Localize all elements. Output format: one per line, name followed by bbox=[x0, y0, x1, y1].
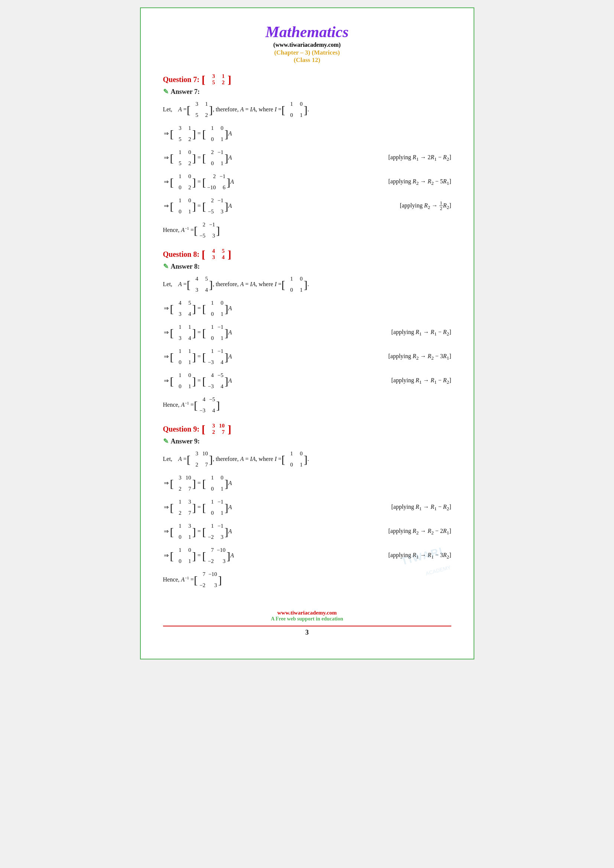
answer-8-content: Let, A = [ 45 34 ] , therefore, A = IA, … bbox=[163, 273, 451, 416]
pencil-icon-7: ✎ bbox=[163, 88, 169, 96]
step-7-3: ⇒ [ 10 02 ] = [ 2−1 −106 ] A [applying R… bbox=[163, 170, 451, 193]
step-7-4: ⇒ [ 10 01 ] = [ 2−1 −53 ] A [applying R2… bbox=[163, 194, 451, 217]
step-8-4: ⇒ [ 10 01 ] = [ 4−5 −34 ] A [applying R1… bbox=[163, 369, 451, 392]
page: Mathematics (www.tiwariacademy.com) (Cha… bbox=[140, 8, 474, 659]
footer-divider bbox=[163, 626, 451, 626]
step-7-let: Let, A = [ 31 52 ] , therefore, A = IA, … bbox=[163, 98, 451, 121]
page-number: 3 bbox=[163, 629, 451, 636]
footer-website: www.tiwariacademy.com bbox=[163, 610, 451, 616]
step-7-1: ⇒ [ 31 52 ] = [ 10 01 ] A bbox=[163, 122, 451, 145]
footer-tagline: A Free web support in education bbox=[163, 616, 451, 622]
step-9-4: ⇒ [ 10 01 ] = [ 7−10 −23 ] A [applying R… bbox=[163, 544, 451, 567]
step-8-hence: Hence, A−1 = [ 4−5 −34 ] bbox=[163, 394, 451, 416]
question-7-label: Question 7: [ 31 52 ] bbox=[163, 73, 451, 86]
page-title: Mathematics bbox=[163, 23, 451, 41]
step-9-3: ⇒ [ 13 01 ] = [ 1−1 −23 ] A [applying R2… bbox=[163, 520, 451, 543]
answer-9-content: Let, A = [ 310 27 ] , therefore, A = IA,… bbox=[163, 448, 451, 591]
header: Mathematics (www.tiwariacademy.com) (Cha… bbox=[163, 23, 451, 64]
header-class: (Class 12) bbox=[163, 56, 451, 64]
step-9-hence: Hence, A−1 = [ 7−10 −23 ] bbox=[163, 568, 451, 591]
header-website: (www.tiwariacademy.com) bbox=[163, 42, 451, 48]
step-8-1: ⇒ [ 45 34 ] = [ 10 01 ] A bbox=[163, 297, 451, 320]
step-9-2: ⇒ [ 13 27 ] = [ 1−1 01 ] A [applying R1 … bbox=[163, 496, 451, 519]
step-8-let: Let, A = [ 45 34 ] , therefore, A = IA, … bbox=[163, 273, 451, 296]
step-9-1: ⇒ [ 310 27 ] = [ 10 01 ] A bbox=[163, 472, 451, 494]
header-chapter: (Chapter – 3) (Matrices) bbox=[163, 49, 451, 56]
footer: www.tiwariacademy.com A Free web support… bbox=[163, 606, 451, 636]
question-8-label: Question 8: [ 45 34 ] bbox=[163, 248, 451, 261]
answer-7-content: Let, A = [ 31 52 ] , therefore, A = IA, … bbox=[163, 98, 451, 242]
answer-9-label: ✎ Answer 9: bbox=[163, 437, 451, 445]
step-7-2: ⇒ [ 10 52 ] = [ 2−1 01 ] A [applying R1 … bbox=[163, 146, 451, 169]
step-7-hence: Hence, A−1 = [ 2−1 −53 ] bbox=[163, 219, 451, 242]
pencil-icon-8: ✎ bbox=[163, 262, 169, 271]
answer-7-label: ✎ Answer 7: bbox=[163, 88, 451, 96]
question-9-label: Question 9: [ 310 27 ] bbox=[163, 422, 451, 436]
answer-8-label: ✎ Answer 8: bbox=[163, 262, 451, 271]
step-8-2: ⇒ [ 11 34 ] = [ 1−1 01 ] A [applying R1 … bbox=[163, 321, 451, 344]
step-9-let: Let, A = [ 310 27 ] , therefore, A = IA,… bbox=[163, 448, 451, 471]
pencil-icon-9: ✎ bbox=[163, 437, 169, 445]
step-8-3: ⇒ [ 11 01 ] = [ 1−1 −34 ] A [applying R2… bbox=[163, 345, 451, 368]
